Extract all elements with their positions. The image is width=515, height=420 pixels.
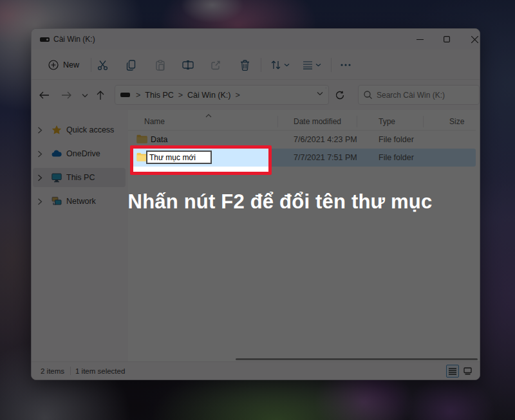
search-placeholder: Search Cài Win (K:): [377, 91, 445, 100]
paste-icon: [155, 60, 165, 71]
plus-icon: [48, 60, 59, 70]
view-button[interactable]: [296, 56, 327, 74]
navigation-pane: Quick access OneDrive This PC Network: [32, 110, 128, 361]
file-type: File folder: [379, 153, 414, 162]
drive-icon: [40, 37, 50, 42]
selection-count: 1 item selected: [75, 367, 125, 375]
breadcrumb[interactable]: > This PC > Cài Win (K:) >: [115, 85, 329, 105]
tutorial-caption: Nhấn nút F2 để đổi tên thư mục: [97, 190, 464, 214]
column-divider[interactable]: [277, 116, 278, 127]
new-button-label: New: [63, 60, 79, 69]
address-dropdown-button[interactable]: [317, 91, 323, 96]
details-view-button[interactable]: [446, 365, 459, 378]
refresh-button[interactable]: [332, 87, 348, 104]
drive-icon: [120, 93, 130, 97]
rename-icon: [182, 60, 194, 69]
chevron-down-icon: [284, 63, 290, 67]
delete-icon: [240, 60, 250, 71]
refresh-icon: [335, 91, 344, 100]
up-button[interactable]: [92, 87, 109, 103]
breadcrumb-item-this-pc[interactable]: This PC: [145, 91, 173, 100]
breadcrumb-item-drive[interactable]: Cài Win (K:): [187, 91, 230, 100]
file-type: File folder: [379, 135, 414, 144]
monitor-icon: [52, 172, 62, 183]
close-button[interactable]: [464, 29, 480, 50]
arrow-up-icon: [97, 91, 104, 100]
breadcrumb-separator: >: [136, 91, 140, 100]
window-title: Cài Win (K:): [53, 35, 95, 44]
sidebar-item-label: Network: [66, 197, 96, 206]
share-icon: [211, 60, 221, 70]
chevron-down-icon: [82, 93, 88, 98]
horizontal-scrollbar[interactable]: [236, 358, 478, 360]
paste-button[interactable]: [151, 56, 170, 74]
file-date-modified: 7/6/2021 4:23 PM: [294, 135, 357, 144]
title-bar: Cài Win (K:): [32, 29, 480, 50]
column-divider[interactable]: [357, 116, 357, 127]
maximize-button[interactable]: [436, 29, 458, 50]
sidebar-item-label: This PC: [66, 173, 95, 182]
sidebar-item-onedrive[interactable]: OneDrive: [33, 144, 126, 163]
command-toolbar: New: [32, 50, 480, 80]
column-header-date-modified[interactable]: Date modified: [294, 117, 341, 126]
copy-icon: [126, 60, 136, 71]
status-bar: 2 items 1 item selected: [32, 361, 480, 379]
folder-icon: [136, 134, 147, 143]
star-icon: [52, 125, 62, 135]
sidebar-item-label: Quick access: [66, 125, 114, 134]
large-icons-view-icon: [464, 367, 472, 375]
large-icons-view-button[interactable]: [461, 365, 474, 378]
highlight-red-box: [130, 145, 272, 175]
forward-button[interactable]: [58, 87, 75, 103]
sidebar-item-this-pc[interactable]: This PC: [33, 168, 126, 187]
minimize-button[interactable]: [409, 29, 431, 50]
breadcrumb-separator: >: [178, 91, 183, 100]
file-date-modified: 7/7/2021 7:51 PM: [294, 153, 357, 162]
toolbar-divider: [91, 58, 91, 72]
sidebar-item-label: OneDrive: [66, 149, 100, 158]
network-icon: [52, 196, 62, 206]
column-divider[interactable]: [423, 116, 424, 127]
recent-locations-button[interactable]: [77, 87, 93, 103]
chevron-right-icon: [37, 198, 42, 205]
copy-button[interactable]: [122, 56, 141, 74]
delete-button[interactable]: [235, 56, 254, 74]
cloud-icon: [52, 149, 62, 159]
address-row: > This PC > Cài Win (K:) > Search Cài Wi…: [32, 80, 480, 110]
sort-button[interactable]: [265, 56, 295, 74]
cut-icon: [97, 60, 108, 71]
toolbar-divider: [331, 58, 332, 72]
search-input[interactable]: Search Cài Win (K:): [358, 85, 480, 105]
file-name: Data: [151, 135, 167, 144]
rename-button[interactable]: [178, 56, 198, 74]
column-header-type[interactable]: Type: [379, 117, 395, 126]
back-button[interactable]: [36, 87, 53, 103]
desktop-wallpaper: Cài Win (K:) New: [0, 0, 515, 420]
new-button[interactable]: New: [41, 56, 87, 74]
toolbar-divider: [261, 58, 261, 72]
breadcrumb-separator: >: [235, 91, 239, 100]
status-divider: [70, 367, 71, 375]
search-icon: [364, 91, 372, 99]
more-icon: [341, 64, 351, 66]
more-button[interactable]: [336, 56, 355, 74]
chevron-right-icon: [37, 127, 42, 134]
arrow-left-icon: [39, 91, 50, 99]
column-header-name[interactable]: Name: [144, 117, 165, 126]
sort-ascending-icon: [205, 114, 212, 118]
chevron-down-icon: [317, 91, 323, 96]
sidebar-item-quick-access[interactable]: Quick access: [33, 120, 126, 140]
view-icon: [303, 60, 313, 69]
list-header-row: Name Date modified Type Size: [128, 114, 476, 131]
sort-icon: [270, 60, 281, 70]
column-header-size[interactable]: Size: [449, 117, 464, 126]
share-button[interactable]: [206, 56, 225, 74]
cut-button[interactable]: [93, 56, 112, 74]
chevron-down-icon: [315, 63, 321, 67]
details-view-icon: [449, 368, 456, 375]
arrow-right-icon: [61, 91, 71, 99]
chevron-right-icon: [37, 174, 42, 181]
items-count: 2 items: [41, 367, 64, 375]
chevron-right-icon: [37, 151, 42, 158]
